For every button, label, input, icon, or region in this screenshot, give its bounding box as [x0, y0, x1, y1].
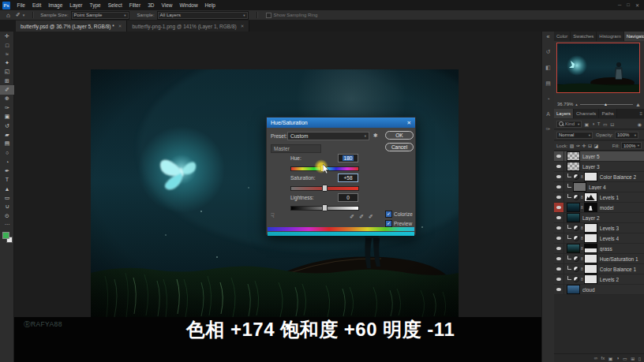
sample-select[interactable]: All Layers ▾ [157, 11, 249, 20]
lock-pixels-icon[interactable]: ✑ [576, 143, 580, 148]
tab-navigator[interactable]: Navigator [624, 32, 644, 41]
home-icon[interactable]: ⌂ [6, 12, 10, 19]
move-tool[interactable]: ✛ [0, 32, 14, 40]
tab-swatches[interactable]: Swatches [571, 32, 597, 41]
visibility-cell[interactable] [554, 233, 564, 243]
clock-panel-icon[interactable]: ◔ [546, 96, 549, 102]
saturation-slider-handle[interactable] [322, 185, 328, 192]
delete-layer-icon[interactable]: ▯ [638, 356, 641, 361]
layer-mask-thumbnail[interactable] [584, 203, 597, 212]
layer-row[interactable]: 8Hue/Saturation 1 [554, 254, 644, 264]
gear-icon[interactable]: ✱ [373, 132, 378, 139]
navigator-zoom-slider[interactable]: ▲ [580, 104, 633, 105]
layer-row[interactable]: Layer 4 [554, 182, 644, 192]
layer-row[interactable]: 8Color Balance 2 [554, 172, 644, 182]
zoom-tool[interactable]: ⊙ [0, 211, 14, 220]
layer-mask-thumbnail[interactable] [584, 192, 597, 202]
lasso-tool[interactable]: ≈ [0, 50, 14, 58]
filter-smart-objects-icon[interactable]: ⊡ [610, 121, 614, 127]
layer-row[interactable]: 8Levels 3 [554, 223, 644, 233]
layer-row[interactable]: cloud [554, 285, 644, 295]
visibility-cell[interactable] [554, 203, 564, 212]
eye-icon[interactable] [556, 288, 561, 291]
history-panel-icon[interactable]: ↺ [546, 49, 551, 55]
tab-close-icon[interactable]: ✕ [118, 24, 122, 28]
layer-mask-thumbnail[interactable] [584, 172, 597, 181]
visibility-cell[interactable] [554, 254, 564, 263]
layer-mask-thumbnail[interactable] [584, 233, 597, 243]
close-button[interactable]: ✕ [635, 2, 639, 8]
layer-thumbnail[interactable] [567, 285, 580, 294]
preview-checkbox[interactable]: ✓ [385, 220, 392, 227]
channel-select[interactable]: Master [271, 144, 321, 153]
eye-icon[interactable] [556, 247, 561, 250]
filter-toggle-icon[interactable]: ◉ [638, 121, 642, 127]
history-brush-tool[interactable]: ↺ [0, 121, 14, 130]
healing-brush-tool[interactable]: ⊕ [0, 95, 14, 103]
blur-tool[interactable]: ○ [0, 148, 14, 157]
eyedropper-tool[interactable]: ✐ [0, 85, 14, 94]
layer-mask-thumbnail[interactable] [584, 244, 597, 253]
tab-paths[interactable]: Paths [599, 109, 616, 118]
visibility-cell[interactable] [554, 244, 564, 253]
brush-tool[interactable]: ✑ [0, 103, 14, 112]
targeted-adjustment-icon[interactable]: ☟ [271, 212, 275, 219]
visibility-cell[interactable] [554, 213, 564, 222]
eye-icon[interactable] [556, 267, 561, 271]
panel-menu-icon[interactable]: ≡ [639, 109, 644, 118]
saturation-input[interactable]: +58 [338, 174, 358, 182]
minimize-button[interactable]: ─ [618, 2, 621, 8]
ok-button[interactable]: OK [385, 131, 414, 140]
layer-row[interactable]: 8model [554, 203, 644, 213]
layer-mask-thumbnail[interactable] [584, 254, 597, 263]
layer-row[interactable]: 8grass [554, 244, 644, 254]
layer-thumbnail[interactable] [567, 151, 580, 161]
preset-select[interactable]: Custom ▾ [287, 132, 369, 140]
character-panel-icon[interactable]: A [546, 111, 550, 117]
lock-artboard-icon[interactable]: ⊡ [588, 143, 592, 148]
filter-type-layers-icon[interactable]: T [597, 121, 601, 126]
visibility-cell[interactable] [554, 264, 564, 274]
visibility-cell[interactable] [554, 274, 564, 284]
layer-thumbnail[interactable] [567, 162, 580, 171]
lock-all-icon[interactable]: ◪ [594, 143, 599, 148]
fill-select[interactable]: 100% ▾ [621, 142, 642, 149]
document-tab[interactable]: butterfly.psd @ 36.7% (Layer 5, RGB/8) *… [16, 21, 127, 32]
zoom-slider-thumb[interactable]: ▲ [604, 102, 608, 106]
layer-mask-thumbnail[interactable] [584, 223, 597, 233]
hue-input[interactable]: 180 [338, 154, 358, 162]
eye-icon[interactable] [556, 257, 561, 260]
visibility-cell[interactable] [554, 285, 564, 294]
path-selection-tool[interactable]: ▲ [0, 185, 14, 193]
menu-image[interactable]: Image [45, 2, 66, 8]
gradient-tool[interactable]: ▤ [0, 140, 14, 148]
quick-selection-tool[interactable]: ✦ [0, 58, 14, 67]
menu-window[interactable]: Window [176, 2, 201, 8]
new-adjustment-layer-icon[interactable]: ◑ [616, 356, 620, 360]
sample-size-select[interactable]: Point Sample ▾ [71, 11, 129, 20]
menu-file[interactable]: File [13, 2, 28, 8]
eye-icon[interactable] [556, 185, 561, 188]
frame-tool[interactable]: ⊞ [0, 77, 14, 85]
blend-mode-select[interactable]: Normal ▾ [556, 132, 593, 139]
dialog-title-bar[interactable]: Hue/Saturation ✕ [267, 118, 415, 128]
brush-settings-panel-icon[interactable]: ✑ [546, 126, 551, 132]
foreground-color-swatch[interactable] [2, 232, 9, 239]
layer-row[interactable]: 8Levels 2 [554, 274, 644, 285]
eraser-tool[interactable]: ▰ [0, 130, 14, 139]
visibility-cell[interactable] [554, 192, 564, 202]
eye-icon[interactable] [556, 237, 561, 240]
adjustments-panel-icon[interactable]: ▤ [545, 80, 551, 87]
shape-tool[interactable]: ▭ [0, 193, 14, 202]
dodge-tool[interactable]: ◔ [0, 157, 14, 166]
clone-stamp-tool[interactable]: ▣ [0, 113, 14, 121]
visibility-cell[interactable] [554, 172, 564, 181]
menu-edit[interactable]: Edit [28, 2, 44, 8]
show-sampling-ring-checkbox[interactable] [266, 13, 271, 18]
eye-icon[interactable] [556, 165, 561, 168]
filter-adjustment-layers-icon[interactable]: ◑ [592, 121, 595, 126]
menu-filter[interactable]: Filter [125, 2, 144, 8]
maximize-button[interactable]: □ [627, 2, 630, 8]
eyedropper-subtract-icon[interactable]: ✐ [369, 214, 373, 220]
hand-tool[interactable]: ∪ [0, 202, 14, 211]
